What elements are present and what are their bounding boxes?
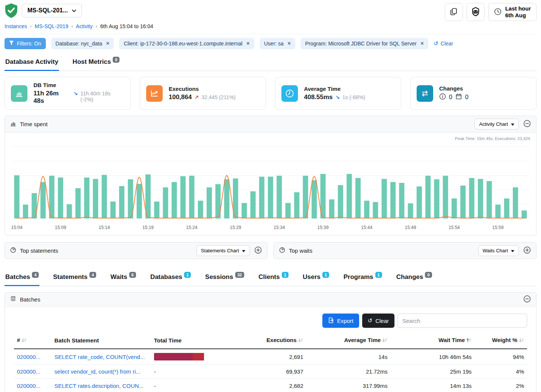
filter-chip-label: Database: nyc_data (56, 41, 103, 47)
selector-label: Activity Chart (479, 121, 508, 127)
caret-down-icon (511, 121, 514, 127)
table-row: 020000... select vendor_id, count(*) fro… (14, 365, 527, 379)
tab-statements[interactable]: Statements 4 (52, 270, 97, 286)
undo-icon: ↺ (368, 317, 373, 324)
tab-batches[interactable]: Batches 4 (5, 270, 39, 286)
batch-statement-link[interactable]: select vendor_id, count(*) from ri... (54, 368, 141, 375)
clear-filters-button[interactable]: ↺ Clear (434, 40, 453, 47)
statements-chart-selector[interactable]: Statements Chart (196, 245, 250, 256)
kpi-label: Executions (169, 86, 236, 92)
close-icon[interactable]: × (287, 41, 291, 47)
col-average-time[interactable]: Average Time (306, 332, 390, 349)
weight-cell: 4% (475, 365, 527, 379)
kpi-average-time: Average Time 408.55ms ↘ 1s (-68%) (275, 77, 401, 110)
tab-badge: 4 (89, 272, 96, 278)
tab-database-activity[interactable]: Database Activity (5, 55, 59, 71)
activity-chart-selector[interactable]: Activity Chart (475, 119, 519, 130)
breadcrumb: Instances › MS-SQL-2019 › Activity › 6th… (5, 22, 536, 34)
svg-text:15:24: 15:24 (186, 225, 197, 230)
batch-id-link[interactable]: 020000... (17, 354, 41, 360)
chevron-right-icon: › (95, 23, 97, 29)
wait-time-cell: 25m 19s (390, 365, 475, 379)
total-time-cell: - (151, 379, 243, 392)
export-button[interactable]: Export (322, 314, 359, 328)
tab-users[interactable]: Users 1 (302, 270, 330, 286)
expand-panel-button[interactable] (523, 246, 531, 255)
layers-icon (10, 296, 16, 303)
batches-table: # Batch Statement Total Time Executions … (14, 332, 527, 392)
tab-waits[interactable]: Waits 6 (110, 270, 137, 286)
average-time-cell: 14s (306, 349, 390, 365)
tab-label: Host Metrics (73, 58, 111, 66)
main-tabs: Database Activity Host Metrics 0 (5, 55, 536, 71)
svg-text:15:59: 15:59 (492, 225, 503, 230)
search-input[interactable] (397, 314, 527, 328)
instance-name: MS-SQL-201... (27, 7, 68, 14)
waits-chart-selector[interactable]: Waits Chart (478, 245, 519, 256)
panel-title-text: Top waits (289, 247, 313, 254)
table-controls: Export ↺ Clear (5, 307, 536, 330)
filter-bar: Filters: On Database: nyc_data × Client:… (5, 34, 536, 54)
panel-title-text: Time spent (20, 121, 48, 127)
expand-panel-button[interactable] (254, 246, 262, 255)
panel-title-text: Top statements (20, 247, 58, 254)
tab-clients[interactable]: Clients 1 (258, 270, 289, 286)
tab-badge: 1 (184, 272, 191, 278)
tab-host-metrics[interactable]: Host Metrics 0 (72, 55, 120, 71)
chevron-down-icon (72, 7, 76, 14)
batch-id-link[interactable]: 020000... (17, 368, 41, 375)
collapse-panel-button[interactable] (523, 295, 531, 304)
svg-text:15:44: 15:44 (361, 225, 372, 230)
tab-programs[interactable]: Programs 1 (343, 270, 383, 286)
kpi-value: 11h 26m 48s (33, 90, 71, 105)
assistant-button[interactable] (467, 3, 485, 21)
time-range-button[interactable]: Last hour 6th Aug (488, 3, 536, 21)
tab-sessions[interactable]: Sessions 32 (204, 270, 245, 286)
breadcrumb-instance-name[interactable]: MS-SQL-2019 (35, 23, 68, 29)
instance-selector[interactable]: MS-SQL-201... (22, 4, 82, 17)
breadcrumb-current-range: 6th Aug 15:04 to 16:04 (100, 23, 153, 29)
time-range-label: Last hour (505, 5, 531, 12)
swap-arrows-icon (417, 85, 433, 102)
app-header: MS-SQL-201... Last hour 6th Aug (5, 0, 536, 22)
copy-button[interactable] (445, 3, 463, 21)
filter-chip-label: Client: ip-172-30-0-188.eu-west-1.comput… (124, 41, 242, 47)
selector-label: Statements Chart (201, 248, 239, 253)
weight-cell: 94% (475, 349, 527, 365)
info-icon (439, 93, 446, 101)
batch-statement-link[interactable]: SELECT rates.description, COUN... (54, 383, 144, 389)
close-icon[interactable]: × (106, 41, 109, 47)
batch-id-link[interactable]: 020000... (17, 383, 41, 389)
sort-icon (519, 338, 524, 344)
kpi-label: DB Time (33, 82, 124, 88)
clear-button[interactable]: ↺ Clear (362, 314, 394, 328)
tab-badge: 0 (113, 57, 119, 63)
kpi-comparison: 32,445 (211%) (201, 94, 236, 100)
tab-label: Clients (258, 273, 280, 281)
executions-cell: 69,937 (243, 365, 306, 379)
breadcrumb-instances[interactable]: Instances (5, 23, 27, 29)
col-executions[interactable]: Executions (243, 332, 306, 349)
tab-badge: 1 (375, 272, 382, 278)
filters-toggle[interactable]: Filters: On (5, 38, 46, 49)
kpi-changes: Changes 0 0 (410, 77, 536, 110)
svg-text:15:34: 15:34 (274, 225, 285, 230)
clock-icon (281, 85, 298, 102)
collapse-panel-button[interactable] (523, 120, 531, 128)
col-id[interactable]: # (14, 332, 51, 349)
close-icon[interactable]: × (420, 41, 424, 47)
kpi-comparison: 1s (-68%) (342, 94, 365, 100)
kpi-value: 408.55ms (304, 93, 333, 101)
collapse-minus-icon (523, 120, 531, 128)
close-icon[interactable]: × (246, 41, 249, 47)
batch-statement-link[interactable]: SELECT rate_code, COUNT(vend... (54, 354, 145, 360)
chevron-right-icon: › (30, 23, 32, 29)
caret-down-icon (242, 248, 245, 253)
breadcrumb-activity[interactable]: Activity (76, 23, 92, 29)
top-waits-panel: Top waits Waits Chart (274, 242, 536, 259)
col-weight[interactable]: Weight % (475, 332, 527, 349)
col-wait-time[interactable]: Wait Time (390, 332, 475, 349)
tab-databases[interactable]: Databases 1 (150, 270, 192, 286)
tab-changes[interactable]: Changes 0 (396, 270, 433, 286)
average-time-cell: 317.99ms (306, 379, 390, 392)
